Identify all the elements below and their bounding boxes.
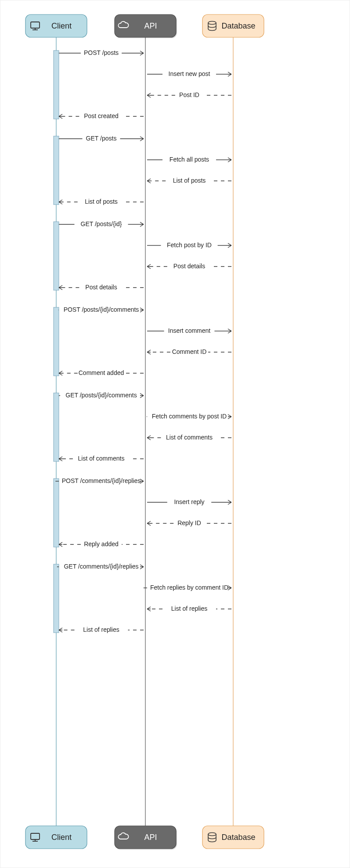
svg-text:Post ID: Post ID	[179, 91, 199, 98]
msg-api-to-db-3: Insert comment	[147, 327, 231, 334]
msg-api-to-client-2: Post details	[59, 284, 144, 291]
msg-api-to-db-5: Insert reply	[147, 498, 231, 505]
svg-text:Comment ID: Comment ID	[172, 348, 207, 355]
msg-api-to-db-2: Fetch post by ID	[147, 241, 231, 249]
svg-text:List of comments: List of comments	[78, 455, 125, 462]
svg-text:Insert reply: Insert reply	[174, 498, 204, 505]
msg-api-to-client-6: List of replies	[59, 626, 144, 633]
msg-api-to-db-6: Fetch replies by comment ID	[144, 584, 231, 591]
svg-text:List of posts: List of posts	[173, 177, 206, 184]
actor-api-top: API	[115, 14, 177, 38]
actor-client-top: Client	[25, 14, 87, 37]
svg-text:Client: Client	[51, 22, 72, 30]
msg-client-to-api-6: GET /comments/{id}/replies	[57, 563, 144, 570]
svg-text:Insert comment: Insert comment	[168, 327, 211, 334]
svg-text:List of replies: List of replies	[171, 605, 207, 612]
msg-client-to-api-2: GET /posts/{id}	[59, 220, 144, 227]
svg-text:POST /posts/{id}/comments: POST /posts/{id}/comments	[64, 306, 139, 313]
actor-database-bottom: Database	[202, 826, 264, 849]
svg-text:Fetch post by ID: Fetch post by ID	[167, 241, 212, 249]
svg-text:GET /posts: GET /posts	[86, 135, 117, 142]
activation-bar	[54, 136, 59, 205]
activation-bar	[54, 50, 59, 119]
svg-text:Fetch comments by post ID: Fetch comments by post ID	[152, 413, 227, 420]
svg-text:Comment added: Comment added	[79, 369, 124, 376]
svg-text:GET /posts/{id}: GET /posts/{id}	[81, 220, 122, 227]
svg-text:Reply added: Reply added	[84, 540, 119, 547]
svg-text:List of replies: List of replies	[83, 626, 119, 633]
svg-text:Client: Client	[51, 833, 72, 842]
msg-client-to-api-3: POST /posts/{id}/comments	[59, 306, 144, 313]
actor-api-bottom: API	[115, 826, 177, 850]
diagram-svg: ClientAPIDatabaseClientAPIDatabasePOST /…	[0, 0, 350, 868]
svg-text:Post created: Post created	[84, 112, 119, 119]
svg-text:List of posts: List of posts	[85, 198, 118, 205]
svg-text:Post details: Post details	[85, 284, 117, 291]
msg-api-to-client-4: List of comments	[59, 455, 144, 462]
svg-text:Fetch replies by comment ID: Fetch replies by comment ID	[150, 584, 228, 591]
sequence-diagram: ClientAPIDatabaseClientAPIDatabasePOST /…	[0, 0, 350, 868]
msg-db-to-api-6: List of replies	[147, 605, 231, 612]
msg-client-to-api-4: GET /posts/{id}/comments	[59, 392, 144, 399]
msg-client-to-api-1: GET /posts	[59, 135, 144, 142]
svg-text:Post details: Post details	[173, 263, 205, 270]
svg-text:List of comments: List of comments	[166, 434, 213, 441]
activation-bar	[54, 307, 59, 376]
msg-api-to-client-5: Reply added	[59, 540, 144, 547]
svg-text:GET /posts/{id}/comments: GET /posts/{id}/comments	[65, 392, 137, 399]
msg-db-to-api-4: List of comments	[147, 434, 231, 441]
svg-text:API: API	[144, 833, 157, 842]
svg-text:GET /comments/{id}/replies: GET /comments/{id}/replies	[64, 563, 138, 570]
msg-client-to-api-5: POST /comments/{id}/replies	[55, 477, 144, 484]
svg-text:Fetch all posts: Fetch all posts	[170, 156, 209, 163]
msg-db-to-api-3: Comment ID	[147, 348, 231, 355]
activation-bar	[54, 393, 59, 461]
actor-database-top: Database	[202, 14, 264, 37]
msg-db-to-api-2: Post details	[147, 263, 231, 270]
msg-api-to-db-1: Fetch all posts	[147, 156, 231, 163]
actor-client-bottom: Client	[25, 826, 87, 849]
activation-bar	[54, 222, 59, 290]
svg-text:Insert new post: Insert new post	[169, 70, 210, 77]
msg-db-to-api-0: Post ID	[147, 91, 231, 98]
msg-db-to-api-1: List of posts	[147, 177, 231, 184]
msg-api-to-client-1: List of posts	[59, 198, 144, 205]
activation-bar	[54, 564, 59, 633]
msg-api-to-client-3: Comment added	[59, 369, 144, 376]
msg-api-to-db-0: Insert new post	[147, 70, 231, 77]
svg-text:Database: Database	[221, 833, 255, 842]
msg-api-to-db-4: Fetch comments by post ID	[147, 413, 231, 420]
svg-text:Reply ID: Reply ID	[177, 519, 201, 526]
svg-text:Database: Database	[221, 22, 255, 30]
msg-client-to-api-0: POST /posts	[59, 49, 144, 56]
activation-bar	[54, 479, 59, 547]
svg-text:POST /posts: POST /posts	[84, 49, 119, 56]
msg-db-to-api-5: Reply ID	[147, 519, 231, 526]
svg-text:API: API	[144, 22, 157, 30]
svg-text:POST /comments/{id}/replies: POST /comments/{id}/replies	[62, 477, 141, 484]
msg-api-to-client-0: Post created	[59, 112, 144, 119]
